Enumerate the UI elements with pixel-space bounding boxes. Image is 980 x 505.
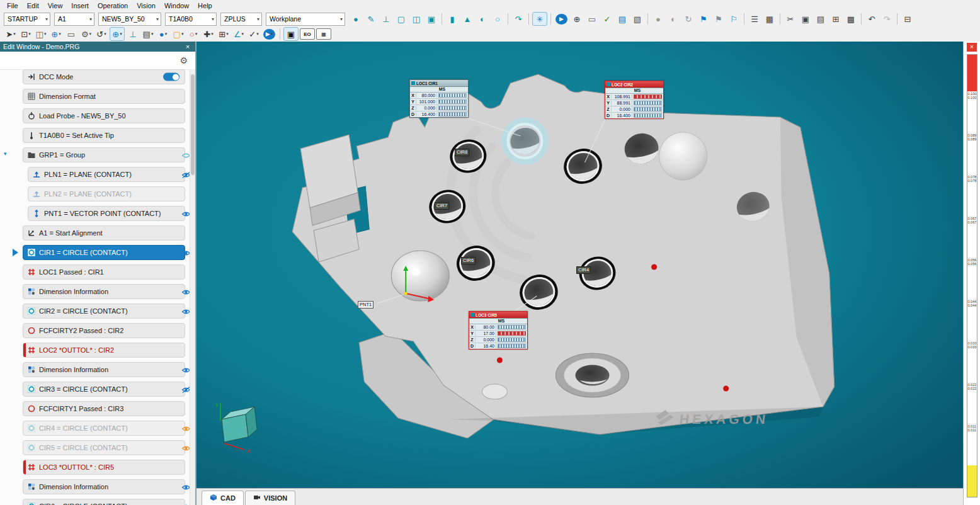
menu-help[interactable]: Help	[193, 0, 217, 11]
paste-icon[interactable]: ▤	[814, 13, 828, 25]
axes-display-icon[interactable]: ⊥	[126, 28, 140, 40]
probe-select[interactable]: NEW5_BY_50▾	[98, 13, 161, 26]
ledge-hole[interactable]	[482, 384, 507, 399]
report-list-icon[interactable]: ☰	[748, 13, 761, 25]
tree-item-grp1-group[interactable]: GRP1 = Group	[23, 147, 185, 162]
report-grid-icon[interactable]: ▦	[763, 13, 777, 25]
sphere-feature[interactable]	[659, 132, 707, 180]
menu-file[interactable]: File	[3, 0, 23, 11]
translate-view-icon[interactable]: ⊕▾	[49, 28, 63, 40]
pixel-grid-icon[interactable]: ▦	[316, 28, 331, 40]
comment-icon[interactable]: ▭	[585, 13, 599, 25]
countersink-cone[interactable]	[391, 251, 449, 301]
notch-icon[interactable]: ▣	[424, 13, 438, 25]
view-select[interactable]: Workplane▾	[266, 13, 345, 26]
alignment-select[interactable]: A1▾	[54, 13, 94, 26]
tree-item-pnt1-vector-point-contact[interactable]: PNT1 = VECTOR POINT (CONTACT)	[28, 206, 185, 221]
pattern-icon[interactable]: ▩	[844, 13, 858, 25]
gear-pair-icon[interactable]: ⚙▾	[79, 28, 93, 40]
callout-loc2[interactable]: LOC2 CIR2MSX108.991Y88.991Z0.000D16.400	[605, 81, 664, 119]
tree-item-dimension-format[interactable]: Dimension Format	[23, 89, 185, 104]
tree-item-dimension-information[interactable]: Dimension Information	[23, 362, 185, 377]
tip-select[interactable]: T1A0B0▾	[165, 13, 217, 26]
plane-feature-icon[interactable]: ⊥	[379, 13, 393, 25]
rotate-view-icon[interactable]: ↺▾	[94, 28, 108, 40]
redo-icon[interactable]: ↷	[880, 13, 894, 25]
tag-pnt1[interactable]: PNT1	[358, 301, 373, 309]
menu-vision[interactable]: Vision	[132, 0, 160, 11]
tree-item-loc3-outtol-cir5[interactable]: LOC3 *OUTTOL* : CIR5	[23, 460, 185, 475]
tree-item-load-probe-new5-by-50[interactable]: Load Probe - NEW5_BY_50	[23, 108, 185, 123]
tree-item-fcfcirty2-passed-cir2[interactable]: FCFCIRTY2 Passed : CIR2	[23, 323, 185, 338]
tree-item-loc2-outtol-cir2[interactable]: LOC2 *OUTTOL* : CIR2	[23, 343, 185, 358]
tree-item-cir5-circle-contact[interactable]: CIR5 = CIRCLE (CONTACT)	[23, 440, 185, 455]
tree-item-fcfcirty1-passed-cir3[interactable]: FCFCIRTY1 Passed : CIR3	[23, 401, 185, 416]
gray-dome-icon[interactable]: ◐	[666, 13, 680, 25]
square-slot-icon[interactable]: ◫	[409, 13, 423, 25]
colorbar-close-button[interactable]: ×	[967, 43, 977, 52]
tag-cir7[interactable]: CIR7	[435, 202, 449, 210]
tree-item-cir2-circle-contact[interactable]: CIR2 = CIRCLE (CONTACT)	[23, 304, 185, 319]
probe-box-icon[interactable]: ◫▾	[34, 28, 48, 40]
angle-measure-icon[interactable]: ∠▾	[232, 28, 246, 40]
menu-view[interactable]: View	[43, 0, 67, 11]
menu-operation[interactable]: Operation	[93, 0, 132, 11]
cad-3d-scene[interactable]: Y X HEXAGON	[197, 42, 964, 489]
tree-item-pln2-plane-contact[interactable]: PLN2 = PLANE (CONTACT)	[28, 186, 185, 201]
insert-move-icon[interactable]: ⊕	[570, 13, 584, 25]
play-circle-icon[interactable]: ▶▾	[263, 29, 275, 40]
window-layout-icon[interactable]: ⊡▾	[19, 28, 33, 40]
cut-icon[interactable]: ✂	[783, 13, 797, 25]
tree-item-dimension-information[interactable]: Dimension Information	[23, 479, 185, 494]
cylinder-icon[interactable]: ▮	[445, 13, 459, 25]
dcc-mode-toggle[interactable]	[163, 73, 179, 81]
bookmark-blue-icon[interactable]: ⚑	[697, 13, 710, 25]
startup-select[interactable]: STARTUP▾	[4, 13, 50, 26]
pointcloud-icon[interactable]: ✳	[532, 12, 547, 26]
round-slot-icon[interactable]: ▢	[394, 13, 408, 25]
gray-sphere-icon[interactable]: ●	[651, 13, 665, 25]
tree-item-dimension-information[interactable]: Dimension Information	[23, 284, 185, 299]
execute-icon[interactable]: ▶	[556, 14, 567, 25]
menu-edit[interactable]: Edit	[23, 0, 43, 11]
graphic-modes-icon[interactable]: ⊕▾	[110, 27, 125, 41]
settings-gear-icon[interactable]: ⚙	[179, 55, 188, 65]
paste-special-icon[interactable]: ⊞	[829, 13, 843, 25]
tree-item-cir1-circle-contact[interactable]: CIR1 = CIRCLE (CONTACT)	[23, 245, 185, 260]
point-feature-icon[interactable]: ●	[349, 13, 363, 25]
gray-rotate-icon[interactable]: ↻	[681, 13, 695, 25]
remove-doc-icon[interactable]: ▧	[630, 13, 644, 25]
menu-window[interactable]: Window	[160, 0, 193, 11]
globe-icon[interactable]: ●▾	[156, 28, 170, 40]
comment-bubble-icon[interactable]: ▭	[64, 28, 78, 40]
edit-doc-icon[interactable]: ▤	[615, 13, 629, 25]
quick-check-icon[interactable]: ✓▾	[247, 28, 261, 40]
menu-insert[interactable]: Insert	[67, 0, 93, 11]
tree-item-loc1-passed-cir1[interactable]: LOC1 Passed : CIR1	[23, 264, 185, 280]
callout-loc1[interactable]: LOC1 CIR1MSX80.000Y101.000Z0.000D16.400	[409, 79, 469, 118]
camera-icon[interactable]: ▣	[283, 27, 299, 41]
print-icon[interactable]: ⊟	[901, 13, 914, 25]
tree-item-a1-start-alignment[interactable]: A1 = Start Alignment	[23, 225, 185, 241]
gage-icon[interactable]: ▤▾	[141, 28, 155, 40]
tag-cir4[interactable]: CIR4	[576, 266, 591, 274]
line-feature-icon[interactable]: ✎	[364, 13, 378, 25]
expander-icon[interactable]: ▾	[4, 150, 7, 157]
counterbore-feature[interactable]	[556, 353, 629, 397]
curve-icon[interactable]: ↷	[511, 13, 525, 25]
tree-item-cir6-circle-contact[interactable]: CIR6 = CIRCLE (CONTACT)	[23, 499, 185, 505]
undo-icon[interactable]: ↶	[865, 13, 879, 25]
tab-cad[interactable]: CAD	[202, 491, 244, 505]
clearance-box-icon[interactable]: ▢▾	[171, 28, 185, 40]
probe-pointer-icon[interactable]: ➤▾	[4, 28, 18, 40]
tolerance-circle-icon[interactable]: ○▾	[186, 28, 200, 40]
sphere-icon[interactable]: ◐	[476, 13, 489, 25]
callout-loc3[interactable]: LOC3 CIR5MSX80.00Y17.00Z0.000D16.40	[469, 311, 528, 349]
bookmark-gray-icon[interactable]: ⚑	[712, 13, 726, 25]
tree-item-cir3-circle-contact[interactable]: CIR3 = CIRCLE (CONTACT)	[23, 382, 185, 397]
tag-cir6[interactable]: CIR6	[461, 257, 476, 264]
quick-align-icon[interactable]: ✚▾	[202, 28, 215, 40]
mark-used-icon[interactable]: ✓	[600, 13, 614, 25]
cone-icon[interactable]: ▲	[460, 13, 474, 25]
scrollbar-thumb[interactable]	[191, 74, 195, 175]
